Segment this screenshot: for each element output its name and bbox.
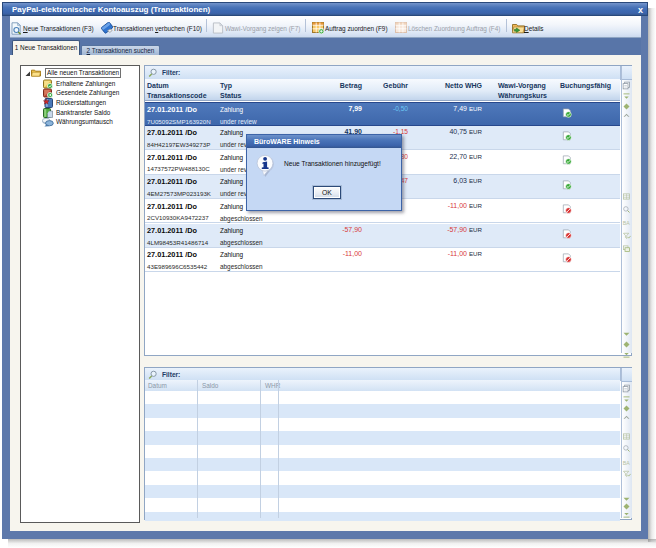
svg-text:BA: BA <box>623 460 631 466</box>
svg-text:BA: BA <box>623 220 631 226</box>
